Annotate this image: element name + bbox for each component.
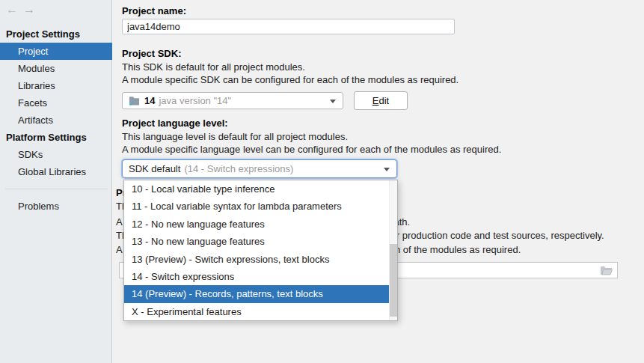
sidebar-item-project[interactable]: Project xyxy=(0,43,112,60)
sidebar-item-libraries[interactable]: Libraries xyxy=(0,77,112,94)
sidebar-item-problems[interactable]: Problems xyxy=(0,198,112,215)
language-level-option-10[interactable]: 10 - Local variable type inference xyxy=(124,180,397,198)
language-level-option-13-preview[interactable]: 13 (Preview) - Switch expressions, text … xyxy=(124,251,397,268)
jdk-icon xyxy=(129,95,140,106)
sidebar-item-facets[interactable]: Facets xyxy=(0,94,112,112)
sidebar: ← → Project Settings Project Modules Lib… xyxy=(0,0,112,363)
back-button[interactable]: ← xyxy=(4,2,19,17)
section-header-platform-settings: Platform Settings xyxy=(6,131,87,144)
language-combo-detail: (14 - Switch expressions) xyxy=(184,163,293,174)
forward-button[interactable]: → xyxy=(22,2,37,17)
project-sdk-desc-2: A module specific SDK can be configured … xyxy=(122,74,459,86)
language-level-desc-1: This language level is default for all p… xyxy=(122,131,348,143)
project-sdk-combobox[interactable]: 14 java version "14" xyxy=(122,92,343,109)
browse-folder-icon[interactable] xyxy=(601,266,613,275)
project-name-input[interactable] xyxy=(122,19,455,34)
sdk-combo-value: 14 xyxy=(144,95,155,106)
section-header-project-settings: Project Settings xyxy=(6,28,80,41)
sdk-combo-detail: java version "14" xyxy=(159,95,231,106)
sidebar-item-global-libraries[interactable]: Global Libraries xyxy=(0,163,112,180)
sidebar-divider xyxy=(5,189,108,189)
dropdown-scrollbar-track[interactable] xyxy=(389,180,397,320)
forward-arrow-icon: → xyxy=(23,3,35,16)
project-name-label: Project name: xyxy=(122,5,186,17)
language-level-label: Project language level: xyxy=(122,118,228,129)
language-level-option-14-preview[interactable]: 14 (Preview) - Records, patterns, text b… xyxy=(124,285,397,302)
sidebar-item-artifacts[interactable]: Artifacts xyxy=(0,112,112,129)
language-level-option-13[interactable]: 13 - No new language features xyxy=(124,233,397,250)
chevron-down-icon xyxy=(384,168,390,171)
language-level-desc-2: A module specific language level can be … xyxy=(122,144,501,156)
back-arrow-icon: ← xyxy=(6,3,18,16)
dropdown-scrollbar-thumb[interactable] xyxy=(390,244,397,317)
project-structure-dialog: ← → Project Settings Project Modules Lib… xyxy=(0,0,644,363)
language-level-combobox[interactable]: SDK default (14 - Switch expressions) xyxy=(122,159,397,178)
chevron-down-icon xyxy=(330,100,336,103)
sidebar-item-sdks[interactable]: SDKs xyxy=(0,146,112,163)
language-level-option-14[interactable]: 14 - Switch expressions xyxy=(124,268,397,285)
language-level-dropdown-list: 10 - Local variable type inference 11 - … xyxy=(123,180,398,321)
language-level-option-12[interactable]: 12 - No new language features xyxy=(124,216,397,233)
edit-sdk-button[interactable]: Edit xyxy=(354,91,408,110)
sidebar-item-modules[interactable]: Modules xyxy=(0,60,112,77)
project-sdk-desc-1: This SDK is default for all project modu… xyxy=(122,61,305,73)
language-combo-value: SDK default xyxy=(129,163,180,174)
project-sdk-label: Project SDK: xyxy=(122,48,181,60)
language-level-option-11[interactable]: 11 - Local variable syntax for lambda pa… xyxy=(124,198,397,215)
language-level-option-x[interactable]: X - Experimental features xyxy=(124,303,397,320)
